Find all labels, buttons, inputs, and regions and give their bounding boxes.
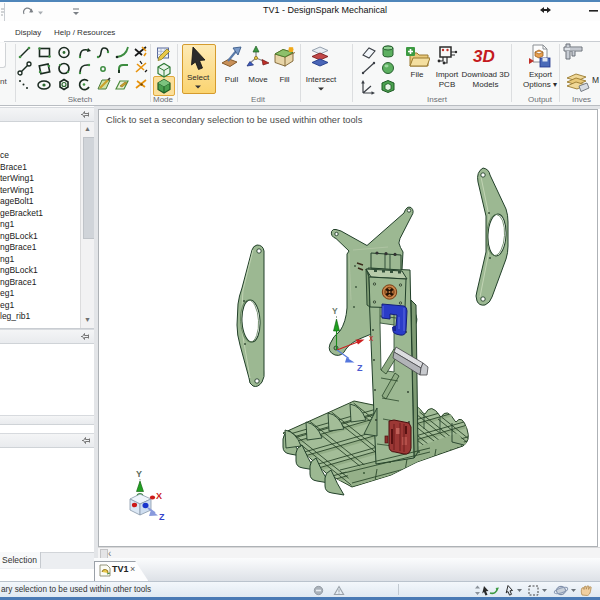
svg-text:3D: 3D <box>473 47 495 66</box>
svg-text:Z: Z <box>159 512 165 522</box>
svg-text:X: X <box>156 491 162 501</box>
svg-text:Z: Z <box>357 363 363 373</box>
svg-text:Y: Y <box>332 306 338 316</box>
svg-text:Y: Y <box>136 469 142 479</box>
